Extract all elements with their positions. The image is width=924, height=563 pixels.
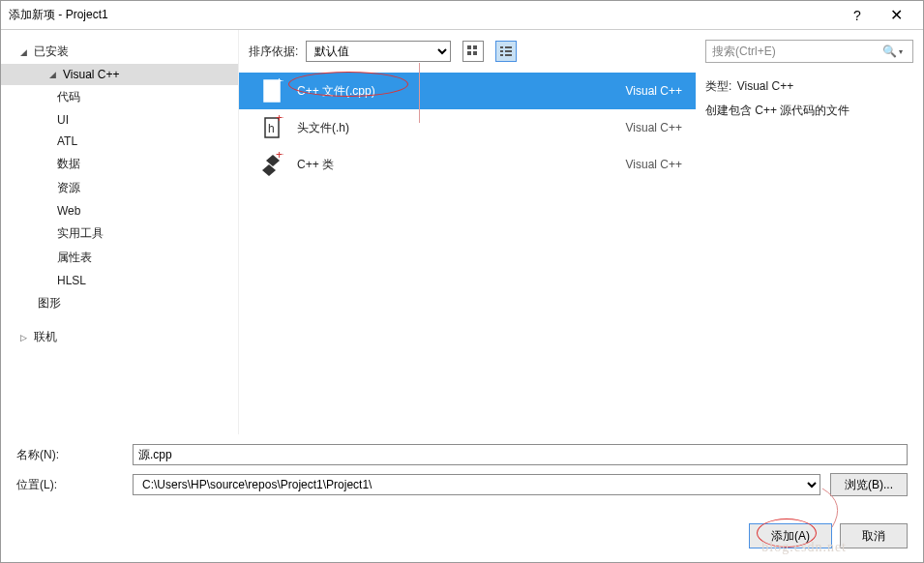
template-toolbar: 排序依据: 默认值 <box>239 30 696 73</box>
svg-rect-2 <box>467 51 471 55</box>
name-label: 名称(N): <box>16 447 133 463</box>
svg-text:++: ++ <box>276 78 283 88</box>
view-list-button[interactable] <box>495 41 517 62</box>
tree-ui[interactable]: UI <box>1 109 238 131</box>
category-tree: ◢ 已安装 ◢ Visual C++ 代码 UI ATL 数据 资源 Web 实… <box>1 30 238 434</box>
svg-rect-8 <box>500 54 503 56</box>
chevron-right-icon: ▷ <box>20 333 30 342</box>
svg-text:++: ++ <box>276 115 283 125</box>
template-header-file[interactable]: h++ 头文件(.h) Visual C++ <box>239 109 696 146</box>
tree-label: Web <box>57 204 80 218</box>
tree-label: 代码 <box>57 89 80 105</box>
tree-visual-cpp[interactable]: ◢ Visual C++ <box>1 64 238 85</box>
svg-rect-6 <box>500 50 503 52</box>
header-file-icon: h++ <box>260 115 285 140</box>
template-cpp-file[interactable]: ++ C++ 文件(.cpp) Visual C++ <box>239 73 696 109</box>
sort-dropdown[interactable]: 默认值 <box>306 41 451 62</box>
template-list: ++ C++ 文件(.cpp) Visual C++ h++ 头文件(.h) V… <box>239 73 696 434</box>
svg-rect-9 <box>505 54 512 56</box>
tree-label: 已安装 <box>34 44 69 60</box>
tree-label: HLSL <box>57 274 86 287</box>
location-label: 位置(L): <box>16 477 133 493</box>
svg-text:++: ++ <box>276 152 283 162</box>
name-row: 名称(N): <box>16 444 908 465</box>
template-lang: Visual C++ <box>626 158 682 171</box>
svg-rect-4 <box>500 46 503 48</box>
tree-label: 联机 <box>34 329 57 345</box>
window-title: 添加新项 - Project1 <box>9 7 838 23</box>
tree-label: 属性表 <box>57 250 92 266</box>
type-value: Visual C++ <box>737 79 793 93</box>
svg-marker-16 <box>262 164 276 176</box>
tree-web[interactable]: Web <box>1 200 238 222</box>
close-button[interactable]: ✕ <box>877 1 915 30</box>
name-field[interactable] <box>133 444 908 465</box>
tree-code[interactable]: 代码 <box>1 85 238 109</box>
type-label: 类型: <box>705 79 731 93</box>
tree-resource[interactable]: 资源 <box>1 176 238 200</box>
tree-utility[interactable]: 实用工具 <box>1 222 238 246</box>
tree-propsheet[interactable]: 属性表 <box>1 246 238 270</box>
location-row: 位置(L): C:\Users\HP\source\repos\Project1… <box>16 473 908 496</box>
chevron-down-icon: ◢ <box>49 70 59 79</box>
help-button[interactable]: ? <box>838 1 877 30</box>
tree-label: UI <box>57 113 69 127</box>
template-lang: Visual C++ <box>626 84 682 98</box>
tree-label: 实用工具 <box>57 225 104 242</box>
chevron-down-icon: ▾ <box>899 47 909 56</box>
tree-installed[interactable]: ◢ 已安装 <box>1 40 238 64</box>
search-input[interactable]: 搜索(Ctrl+E) 🔍 ▾ <box>705 40 913 63</box>
tree-label: 图形 <box>38 295 61 311</box>
tree-graphics[interactable]: 图形 <box>1 291 238 315</box>
tree-atl[interactable]: ATL <box>1 131 238 152</box>
tree-hlsl[interactable]: HLSL <box>1 270 238 291</box>
tree-label: ATL <box>57 134 77 148</box>
search-icon: 🔍 <box>881 44 897 58</box>
template-cpp-class[interactable]: ++ C++ 类 Visual C++ <box>239 146 696 183</box>
dialog-buttons: 添加(A) 取消 <box>1 514 923 562</box>
info-panel: 搜索(Ctrl+E) 🔍 ▾ 类型: Visual C++ 创建包含 C++ 源… <box>696 30 923 434</box>
form-area: 名称(N): 位置(L): C:\Users\HP\source\repos\P… <box>1 434 923 514</box>
browse-button[interactable]: 浏览(B)... <box>830 473 908 496</box>
search-placeholder: 搜索(Ctrl+E) <box>712 44 881 60</box>
svg-rect-3 <box>473 51 477 55</box>
template-lang: Visual C++ <box>626 121 682 134</box>
cancel-button[interactable]: 取消 <box>840 523 908 548</box>
template-name: C++ 类 <box>297 157 626 173</box>
tree-data[interactable]: 数据 <box>1 152 238 176</box>
add-button[interactable]: 添加(A) <box>749 523 832 548</box>
cpp-file-icon: ++ <box>260 78 285 104</box>
titlebar: 添加新项 - Project1 ? ✕ <box>1 1 923 30</box>
chevron-down-icon: ◢ <box>20 47 30 57</box>
template-name: 头文件(.h) <box>297 120 626 136</box>
tree-label: Visual C++ <box>63 68 119 81</box>
description: 创建包含 C++ 源代码的文件 <box>705 103 913 119</box>
tree-online[interactable]: ▷ 联机 <box>1 325 238 349</box>
view-tiles-button[interactable] <box>462 41 484 62</box>
type-row: 类型: Visual C++ <box>705 78 913 95</box>
svg-rect-5 <box>505 46 512 48</box>
template-name: C++ 文件(.cpp) <box>297 83 626 100</box>
location-field[interactable]: C:\Users\HP\source\repos\Project1\Projec… <box>133 474 820 495</box>
sort-label: 排序依据: <box>249 44 298 60</box>
svg-rect-0 <box>467 45 471 49</box>
tree-label: 资源 <box>57 180 80 196</box>
template-panel: 排序依据: 默认值 ++ C+ <box>238 30 696 434</box>
tree-label: 数据 <box>57 156 80 172</box>
add-new-item-dialog: 添加新项 - Project1 ? ✕ ◢ 已安装 ◢ Visual C++ 代… <box>0 0 924 563</box>
svg-text:h: h <box>268 122 275 135</box>
svg-rect-7 <box>505 50 512 52</box>
cpp-class-icon: ++ <box>260 152 285 177</box>
svg-rect-1 <box>473 45 477 49</box>
